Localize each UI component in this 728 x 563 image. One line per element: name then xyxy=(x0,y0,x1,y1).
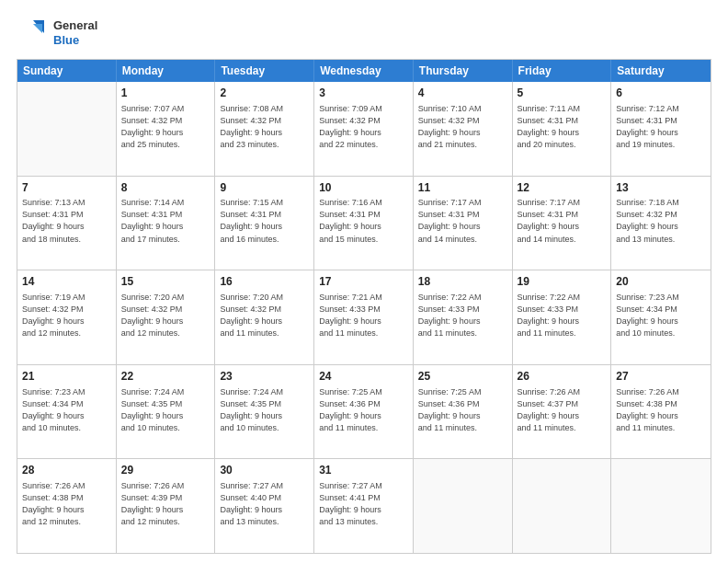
logo: General Blue xyxy=(17,17,97,50)
calendar-header: SundayMondayTuesdayWednesdayThursdayFrid… xyxy=(17,60,711,82)
cell-day-number: 22 xyxy=(121,369,210,385)
cell-day-number: 16 xyxy=(220,274,309,290)
cell-day-number: 17 xyxy=(319,274,408,290)
cell-info: Sunrise: 7:20 AM Sunset: 4:32 PM Dayligh… xyxy=(121,292,210,339)
calendar-cell: 22Sunrise: 7:24 AM Sunset: 4:35 PM Dayli… xyxy=(117,365,216,459)
cell-info: Sunrise: 7:26 AM Sunset: 4:38 PM Dayligh… xyxy=(616,386,706,434)
cell-info: Sunrise: 7:22 AM Sunset: 4:33 PM Dayligh… xyxy=(418,292,507,339)
calendar-cell: 28Sunrise: 7:26 AM Sunset: 4:38 PM Dayli… xyxy=(17,459,117,553)
calendar-cell: 11Sunrise: 7:17 AM Sunset: 4:31 PM Dayli… xyxy=(414,177,513,270)
svg-marker-1 xyxy=(33,24,42,33)
cell-info: Sunrise: 7:27 AM Sunset: 4:40 PM Dayligh… xyxy=(220,480,309,528)
cell-info: Sunrise: 7:23 AM Sunset: 4:34 PM Dayligh… xyxy=(22,386,111,434)
logo-container: General Blue xyxy=(17,17,97,50)
cell-day-number: 4 xyxy=(418,86,507,101)
cell-info: Sunrise: 7:17 AM Sunset: 4:31 PM Dayligh… xyxy=(518,197,607,245)
calendar-cell: 27Sunrise: 7:26 AM Sunset: 4:38 PM Dayli… xyxy=(611,365,711,459)
cell-info: Sunrise: 7:17 AM Sunset: 4:31 PM Dayligh… xyxy=(418,197,507,245)
calendar-cell: 12Sunrise: 7:17 AM Sunset: 4:31 PM Dayli… xyxy=(513,177,612,270)
calendar-cell: 1Sunrise: 7:07 AM Sunset: 4:32 PM Daylig… xyxy=(117,82,216,176)
calendar-cell: 7Sunrise: 7:13 AM Sunset: 4:31 PM Daylig… xyxy=(17,177,117,270)
cell-day-number: 15 xyxy=(121,274,210,290)
cell-day-number: 20 xyxy=(616,274,706,290)
calendar-row: 1Sunrise: 7:07 AM Sunset: 4:32 PM Daylig… xyxy=(17,82,711,176)
cell-day-number: 26 xyxy=(518,369,607,385)
calendar-row: 14Sunrise: 7:19 AM Sunset: 4:32 PM Dayli… xyxy=(17,270,711,364)
weekday-header: Sunday xyxy=(17,60,117,82)
calendar-cell xyxy=(414,459,513,553)
cell-day-number: 11 xyxy=(418,180,507,196)
cell-day-number: 25 xyxy=(418,369,507,385)
cell-info: Sunrise: 7:24 AM Sunset: 4:35 PM Dayligh… xyxy=(220,386,309,434)
cell-day-number: 19 xyxy=(518,274,607,290)
cell-info: Sunrise: 7:14 AM Sunset: 4:31 PM Dayligh… xyxy=(121,197,210,245)
weekday-header: Monday xyxy=(117,60,216,82)
cell-day-number: 14 xyxy=(22,274,111,290)
cell-info: Sunrise: 7:09 AM Sunset: 4:32 PM Dayligh… xyxy=(319,103,408,151)
cell-day-number: 18 xyxy=(418,274,507,290)
cell-day-number: 23 xyxy=(220,369,309,385)
cell-info: Sunrise: 7:15 AM Sunset: 4:31 PM Dayligh… xyxy=(220,197,309,245)
cell-day-number: 21 xyxy=(22,369,111,385)
weekday-header: Saturday xyxy=(611,60,711,82)
cell-day-number: 7 xyxy=(22,180,111,196)
calendar-cell: 14Sunrise: 7:19 AM Sunset: 4:32 PM Dayli… xyxy=(17,270,117,364)
cell-day-number: 6 xyxy=(616,86,706,101)
calendar-cell xyxy=(513,459,612,553)
cell-day-number: 9 xyxy=(220,180,309,196)
page: General Blue SundayMondayTuesdayWednesda… xyxy=(0,0,728,563)
cell-info: Sunrise: 7:07 AM Sunset: 4:32 PM Dayligh… xyxy=(121,103,210,151)
calendar-cell: 26Sunrise: 7:26 AM Sunset: 4:37 PM Dayli… xyxy=(513,365,612,459)
calendar-cell: 31Sunrise: 7:27 AM Sunset: 4:41 PM Dayli… xyxy=(314,459,414,553)
cell-info: Sunrise: 7:21 AM Sunset: 4:33 PM Dayligh… xyxy=(319,292,408,339)
logo-graphic xyxy=(17,17,50,50)
weekday-header: Thursday xyxy=(414,60,513,82)
calendar-cell: 2Sunrise: 7:08 AM Sunset: 4:32 PM Daylig… xyxy=(215,82,314,176)
calendar-cell: 20Sunrise: 7:23 AM Sunset: 4:34 PM Dayli… xyxy=(611,270,711,364)
calendar-cell: 17Sunrise: 7:21 AM Sunset: 4:33 PM Dayli… xyxy=(314,270,414,364)
cell-day-number: 27 xyxy=(616,369,706,385)
cell-day-number: 24 xyxy=(319,369,408,385)
header: General Blue xyxy=(17,17,711,50)
calendar-cell: 29Sunrise: 7:26 AM Sunset: 4:39 PM Dayli… xyxy=(117,459,216,553)
cell-info: Sunrise: 7:16 AM Sunset: 4:31 PM Dayligh… xyxy=(319,197,408,245)
calendar-cell: 5Sunrise: 7:11 AM Sunset: 4:31 PM Daylig… xyxy=(513,82,612,176)
calendar-row: 21Sunrise: 7:23 AM Sunset: 4:34 PM Dayli… xyxy=(17,364,711,459)
calendar-cell: 19Sunrise: 7:22 AM Sunset: 4:33 PM Dayli… xyxy=(513,270,612,364)
cell-info: Sunrise: 7:27 AM Sunset: 4:41 PM Dayligh… xyxy=(319,480,408,528)
cell-day-number: 1 xyxy=(121,86,210,101)
calendar-body: 1Sunrise: 7:07 AM Sunset: 4:32 PM Daylig… xyxy=(17,82,711,553)
cell-day-number: 10 xyxy=(319,180,408,196)
cell-info: Sunrise: 7:08 AM Sunset: 4:32 PM Dayligh… xyxy=(220,103,309,151)
calendar-cell: 13Sunrise: 7:18 AM Sunset: 4:32 PM Dayli… xyxy=(611,177,711,270)
calendar-cell xyxy=(611,459,711,553)
cell-info: Sunrise: 7:24 AM Sunset: 4:35 PM Dayligh… xyxy=(121,386,210,434)
calendar-cell: 10Sunrise: 7:16 AM Sunset: 4:31 PM Dayli… xyxy=(314,177,414,270)
cell-info: Sunrise: 7:20 AM Sunset: 4:32 PM Dayligh… xyxy=(220,292,309,339)
cell-info: Sunrise: 7:11 AM Sunset: 4:31 PM Dayligh… xyxy=(518,103,607,151)
logo-text: General Blue xyxy=(53,18,97,47)
calendar-cell: 8Sunrise: 7:14 AM Sunset: 4:31 PM Daylig… xyxy=(117,177,216,270)
calendar: SundayMondayTuesdayWednesdayThursdayFrid… xyxy=(17,59,711,554)
cell-day-number: 12 xyxy=(518,180,607,196)
cell-info: Sunrise: 7:25 AM Sunset: 4:36 PM Dayligh… xyxy=(418,386,507,434)
cell-info: Sunrise: 7:12 AM Sunset: 4:31 PM Dayligh… xyxy=(616,103,706,151)
weekday-header: Tuesday xyxy=(215,60,314,82)
calendar-cell: 4Sunrise: 7:10 AM Sunset: 4:32 PM Daylig… xyxy=(414,82,513,176)
calendar-cell: 21Sunrise: 7:23 AM Sunset: 4:34 PM Dayli… xyxy=(17,365,117,459)
calendar-row: 28Sunrise: 7:26 AM Sunset: 4:38 PM Dayli… xyxy=(17,458,711,553)
cell-day-number: 5 xyxy=(518,86,607,101)
cell-day-number: 8 xyxy=(121,180,210,196)
calendar-cell: 25Sunrise: 7:25 AM Sunset: 4:36 PM Dayli… xyxy=(414,365,513,459)
calendar-cell: 9Sunrise: 7:15 AM Sunset: 4:31 PM Daylig… xyxy=(215,177,314,270)
cell-day-number: 28 xyxy=(22,463,111,478)
cell-day-number: 3 xyxy=(319,86,408,101)
cell-info: Sunrise: 7:22 AM Sunset: 4:33 PM Dayligh… xyxy=(518,292,607,339)
weekday-header: Friday xyxy=(513,60,612,82)
calendar-row: 7Sunrise: 7:13 AM Sunset: 4:31 PM Daylig… xyxy=(17,176,711,270)
cell-info: Sunrise: 7:19 AM Sunset: 4:32 PM Dayligh… xyxy=(22,292,111,339)
calendar-cell: 6Sunrise: 7:12 AM Sunset: 4:31 PM Daylig… xyxy=(611,82,711,176)
calendar-cell: 24Sunrise: 7:25 AM Sunset: 4:36 PM Dayli… xyxy=(314,365,414,459)
cell-day-number: 13 xyxy=(616,180,706,196)
cell-info: Sunrise: 7:23 AM Sunset: 4:34 PM Dayligh… xyxy=(616,292,706,339)
